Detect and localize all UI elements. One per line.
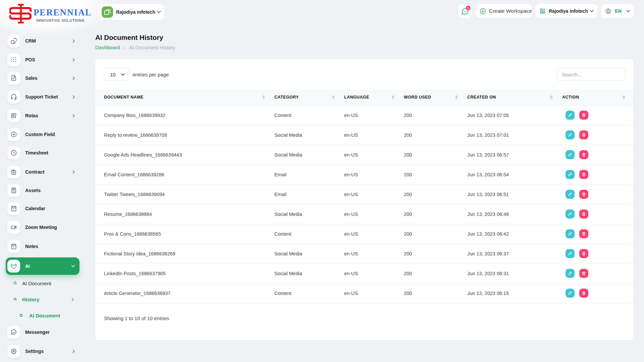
- svg-text:PERENNIAL: PERENNIAL: [34, 7, 92, 17]
- svg-text:INNOVATIVE SOLUTIONS: INNOVATIVE SOLUTIONS: [36, 18, 85, 22]
